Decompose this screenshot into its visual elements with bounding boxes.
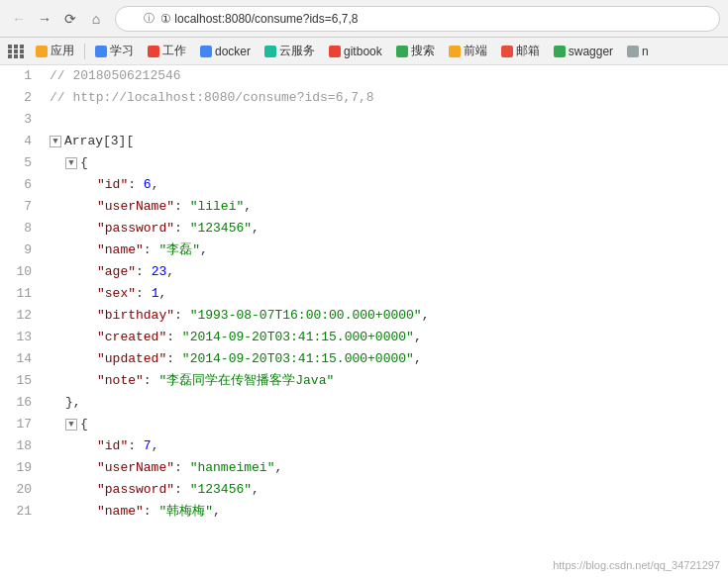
code-line-6: "id" : 6 , <box>50 174 728 196</box>
val-note: "李磊同学在传智播客学Java" <box>158 370 334 392</box>
code-line-11: "sex" : 1 , <box>50 283 728 305</box>
line-11: 11 <box>0 283 42 305</box>
bookmark-icon <box>36 46 48 57</box>
bookmark-swagger[interactable]: swagger <box>548 43 619 60</box>
val-password-2: "123456" <box>190 479 252 501</box>
home-button[interactable]: ⌂ <box>85 8 107 30</box>
bookmark-label: 工作 <box>162 43 186 59</box>
url-display: ① localhost:8080/consume?ids=6,7,8 <box>160 12 358 26</box>
colon: : <box>128 435 144 457</box>
code-line-4: ▼ Array[3][ <box>50 131 728 152</box>
bookmark-icon <box>148 46 159 57</box>
key-name-2: "name" <box>97 501 144 523</box>
comma: , <box>414 348 422 370</box>
bookmark-label: 学习 <box>110 43 134 59</box>
code-line-12: "birthday" : "1993-08-07T16:00:00.000+00… <box>50 305 728 327</box>
val-id: 6 <box>144 174 152 196</box>
key-password-2: "password" <box>97 479 174 501</box>
code-line-16: }, <box>50 392 728 414</box>
code-area: // 20180506212546 // http://localhost:80… <box>42 65 728 577</box>
colon: : <box>128 174 144 196</box>
obj-close-1: }, <box>65 392 81 414</box>
code-line-19: "userName" : "hanmeimei" , <box>50 457 728 479</box>
address-bar[interactable]: ⓘ ① localhost:8080/consume?ids=6,7,8 <box>115 6 720 32</box>
bookmark-study[interactable]: 学习 <box>89 41 140 61</box>
colon: : <box>174 479 190 501</box>
bookmark-icon <box>200 46 212 57</box>
val-created: "2014-09-20T03:41:15.000+0000" <box>182 327 414 348</box>
line-3: 3 <box>0 109 42 131</box>
line-9: 9 <box>0 240 42 261</box>
colon: : <box>174 305 190 327</box>
code-line-15: "note" : "李磊同学在传智播客学Java" <box>50 370 728 392</box>
bookmark-gitbook[interactable]: gitbook <box>323 43 388 60</box>
line-numbers: 1 2 3 4 5 6 7 8 9 10 11 12 13 14 15 16 1… <box>0 65 42 577</box>
collapse-obj2[interactable]: ▼ <box>65 419 77 431</box>
key-note: "note" <box>97 370 144 392</box>
line-14: 14 <box>0 348 42 370</box>
bookmark-label: docker <box>215 45 251 58</box>
reload-button[interactable]: ⟳ <box>59 8 81 30</box>
apps-grid[interactable] <box>6 43 24 60</box>
colon: : <box>174 218 190 240</box>
bookmark-cloud[interactable]: 云服务 <box>259 41 321 61</box>
obj-open-2: { <box>80 414 88 435</box>
colon: : <box>144 240 159 261</box>
line-12: 12 <box>0 305 42 327</box>
bookmark-icon <box>501 46 513 57</box>
bookmark-label: 前端 <box>464 43 487 59</box>
bookmark-apps[interactable]: 应用 <box>30 41 80 61</box>
bookmarks-bar: 应用 学习 工作 docker 云服务 gitbook 搜索 前端 邮箱 swa… <box>0 38 728 65</box>
back-button[interactable]: ← <box>8 8 30 30</box>
code-line-8: "password" : "123456" , <box>50 218 728 240</box>
code-line-3 <box>50 109 728 131</box>
bookmark-icon <box>264 46 276 57</box>
code-line-13: "created" : "2014-09-20T03:41:15.000+000… <box>50 327 728 348</box>
watermark: https://blog.csdn.net/qq_34721297 <box>553 559 720 571</box>
line-7: 7 <box>0 196 42 218</box>
val-birthday: "1993-08-07T16:00:00.000+0000" <box>190 305 422 327</box>
line-13: 13 <box>0 327 42 348</box>
colon: : <box>136 283 152 305</box>
code-line-18: "id" : 7 , <box>50 435 728 457</box>
key-birthday: "birthday" <box>97 305 174 327</box>
val-age: 23 <box>152 261 167 283</box>
key-username-2: "userName" <box>97 457 174 479</box>
obj-open-1: { <box>80 152 88 174</box>
val-username: "lilei" <box>190 196 245 218</box>
colon: : <box>166 348 182 370</box>
collapse-array[interactable]: ▼ <box>50 136 61 147</box>
comma: , <box>152 174 159 196</box>
key-username: "userName" <box>97 196 174 218</box>
bookmark-mail[interactable]: 邮箱 <box>495 41 546 61</box>
line-4: 4 <box>0 131 42 152</box>
comma: , <box>213 501 221 523</box>
line-1: 1 <box>0 65 42 87</box>
line-15: 15 <box>0 370 42 392</box>
key-created: "created" <box>97 327 166 348</box>
comma: , <box>244 196 252 218</box>
comma: , <box>158 283 166 305</box>
colon: : <box>174 196 190 218</box>
apps-icon <box>6 43 24 60</box>
code-line-10: "age" : 23 , <box>50 261 728 283</box>
code-line-9: "name" : "李磊" , <box>50 240 728 261</box>
val-id-2: 7 <box>144 435 152 457</box>
content-area: 1 2 3 4 5 6 7 8 9 10 11 12 13 14 15 16 1… <box>0 65 728 577</box>
line-18: 18 <box>0 435 42 457</box>
bookmark-docker[interactable]: docker <box>194 43 257 60</box>
bookmark-label: 搜索 <box>411 43 435 59</box>
val-name-1: "李磊" <box>158 240 200 261</box>
code-line-14: "updated" : "2014-09-20T03:41:15.000+000… <box>50 348 728 370</box>
val-updated: "2014-09-20T03:41:15.000+0000" <box>182 348 414 370</box>
code-line-2: // http://localhost:8080/consume?ids=6,7… <box>50 87 728 109</box>
key-sex: "sex" <box>97 283 136 305</box>
line-21: 21 <box>0 501 42 523</box>
collapse-obj1[interactable]: ▼ <box>65 157 77 169</box>
colon: : <box>174 457 190 479</box>
bookmark-search[interactable]: 搜索 <box>390 41 441 61</box>
bookmark-n[interactable]: n <box>621 43 655 60</box>
bookmark-frontend[interactable]: 前端 <box>443 41 493 61</box>
bookmark-work[interactable]: 工作 <box>142 41 192 61</box>
forward-button[interactable]: → <box>34 8 55 30</box>
